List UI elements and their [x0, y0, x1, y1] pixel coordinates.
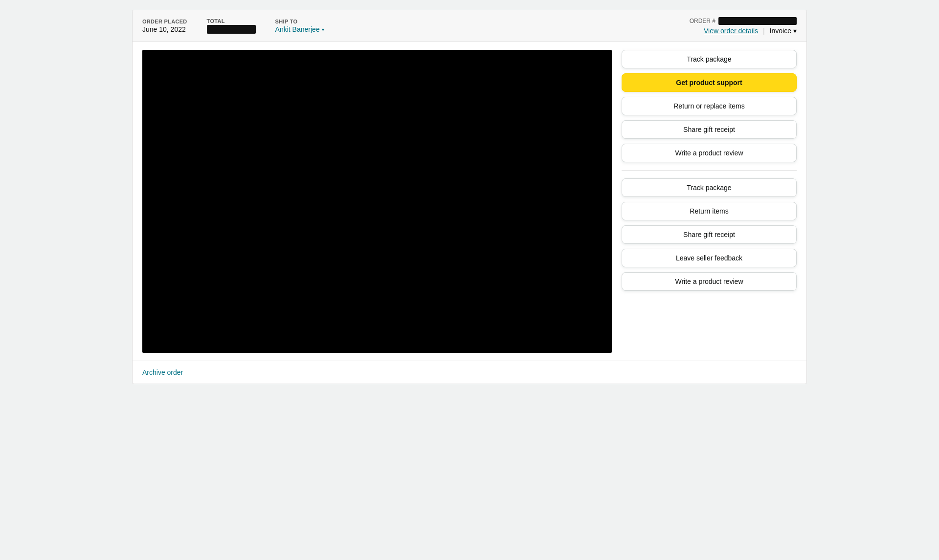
order-number-row: ORDER # [690, 17, 797, 25]
write-product-review-button-1[interactable]: Write a product review [622, 144, 797, 162]
order-total-section: TOTAL [207, 18, 256, 34]
order-header-right: ORDER # View order details | Invoice ▾ [690, 17, 797, 35]
track-package-button-2[interactable]: Track package [622, 178, 797, 197]
product-image [142, 50, 612, 353]
leave-seller-feedback-button[interactable]: Leave seller feedback [622, 249, 797, 267]
order-ship-to-section: SHIP TO Ankit Banerjee ▾ [275, 19, 324, 33]
product-area [142, 50, 612, 353]
order-footer: Archive order [133, 361, 806, 384]
invoice-chevron-icon: ▾ [793, 27, 797, 35]
return-items-button[interactable]: Return items [622, 202, 797, 220]
ship-to-name: Ankit Banerjee [275, 25, 320, 33]
order-total-label: TOTAL [207, 18, 256, 24]
view-order-details-link[interactable]: View order details [704, 27, 758, 35]
return-or-replace-button[interactable]: Return or replace items [622, 97, 797, 115]
archive-order-link[interactable]: Archive order [142, 368, 183, 376]
order-total-value [207, 25, 256, 34]
order-placed-label: ORDER PLACED [142, 19, 187, 24]
order-ship-to-label: SHIP TO [275, 19, 324, 24]
track-package-button-1[interactable]: Track package [622, 50, 797, 68]
order-placed-date: June 10, 2022 [142, 25, 187, 33]
order-number-value [718, 17, 797, 25]
share-gift-receipt-button-2[interactable]: Share gift receipt [622, 225, 797, 244]
write-product-review-button-2[interactable]: Write a product review [622, 272, 797, 291]
order-header: ORDER PLACED June 10, 2022 TOTAL SHIP TO… [133, 10, 806, 42]
order-placed-section: ORDER PLACED June 10, 2022 [142, 19, 187, 33]
vertical-divider: | [763, 27, 765, 35]
order-number-label: ORDER # [690, 18, 715, 24]
action-group-2: Track package Return items Share gift re… [622, 178, 797, 299]
order-actions-row: View order details | Invoice ▾ [704, 27, 797, 35]
actions-sidebar: Track package Get product support Return… [612, 50, 797, 353]
order-content: Track package Get product support Return… [133, 42, 806, 361]
invoice-dropdown[interactable]: Invoice ▾ [770, 27, 797, 35]
get-product-support-button[interactable]: Get product support [622, 73, 797, 92]
action-group-1: Track package Get product support Return… [622, 50, 797, 171]
share-gift-receipt-button-1[interactable]: Share gift receipt [622, 120, 797, 139]
chevron-down-icon: ▾ [322, 27, 324, 32]
invoice-label: Invoice [770, 27, 791, 35]
order-card: ORDER PLACED June 10, 2022 TOTAL SHIP TO… [132, 10, 807, 384]
ship-to-dropdown[interactable]: Ankit Banerjee ▾ [275, 25, 324, 33]
